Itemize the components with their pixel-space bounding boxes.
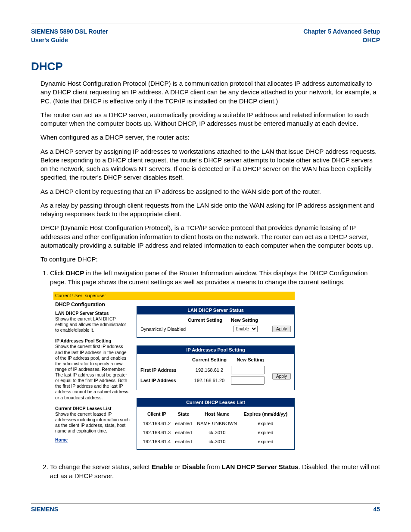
th-expires: Expires (mm/dd/yy) bbox=[240, 409, 291, 419]
config-title: DHCP Configuration bbox=[55, 302, 130, 308]
info-pool-t: Shows the current first IP address and t… bbox=[55, 344, 130, 400]
para-role-server: As a DHCP server by assigning IP address… bbox=[40, 147, 380, 182]
footer-page-number: 45 bbox=[373, 506, 380, 513]
para-summary: DHCP (Dynamic Host Configuration Protoco… bbox=[40, 224, 380, 250]
header-doc: User's Guide bbox=[31, 36, 108, 45]
home-link[interactable]: Home bbox=[55, 437, 130, 443]
th-client-ip: Client IP bbox=[140, 409, 173, 419]
current-setting-value: Dynamically Disabled bbox=[140, 326, 234, 333]
first-ip-input[interactable] bbox=[231, 366, 265, 374]
table-row: 192.168.61.2 enabled NAME UNKNOWN expire… bbox=[140, 419, 291, 428]
info-pool-h: IP Addresses Pool Setting bbox=[55, 338, 130, 344]
apply-status-button[interactable]: Apply bbox=[272, 326, 291, 332]
header-chapter: Chapter 5 Advanced Setup bbox=[303, 28, 380, 36]
last-ip-value: 192.168.61.20 bbox=[188, 377, 231, 384]
page-title: DHCP bbox=[31, 60, 380, 73]
footer-brand: SIEMENS bbox=[31, 506, 58, 513]
info-leases-t: Shows the current leased IP addresses in… bbox=[55, 411, 130, 434]
panel-ip-pool-title: IP Addresses Pool Setting bbox=[137, 346, 294, 354]
header-product: SIEMENS 5890 DSL Router bbox=[31, 28, 108, 36]
step-2: To change the server status, select Enab… bbox=[50, 463, 380, 480]
para-role-relay: As a relay by passing through client req… bbox=[40, 201, 380, 219]
info-lan-status-t: Shows the current LAN DHCP setting and a… bbox=[55, 316, 130, 333]
col-new: New Setting bbox=[231, 317, 270, 324]
th-state: State bbox=[173, 409, 194, 419]
col-current: Current Setting bbox=[188, 317, 231, 324]
panel-ip-pool: IP Addresses Pool Setting Current Settin… bbox=[137, 345, 295, 390]
first-ip-value: 192.168.61.2 bbox=[188, 367, 231, 373]
dhcp-config-screenshot: Current User: superuser DHCP Configurati… bbox=[53, 292, 295, 457]
table-row: 192.168.61.4 enabled ck-3010 expired bbox=[140, 437, 291, 446]
panel-leases-title: Current DHCP Leases List bbox=[137, 398, 294, 407]
para-intro-2: The router can act as a DHCP server, aut… bbox=[40, 111, 380, 128]
status-select[interactable]: Enable bbox=[234, 326, 258, 332]
pool-col-new: New Setting bbox=[231, 357, 270, 363]
para-role-client: As a DHCP client by requesting that an I… bbox=[40, 187, 380, 196]
table-row: 192.168.61.3 enabled ck-3010 expired bbox=[140, 428, 291, 437]
step-1: Click DHCP in the left navigation pane o… bbox=[50, 269, 380, 457]
para-configure: To configure DHCP: bbox=[40, 255, 380, 264]
apply-pool-button[interactable]: Apply bbox=[272, 373, 291, 380]
panel-lan-status-title: LAN DHCP Server Status bbox=[137, 306, 294, 314]
info-lan-status-h: LAN DHCP Server Status bbox=[55, 311, 130, 316]
left-info-pane: DHCP Configuration LAN DHCP Server Statu… bbox=[53, 300, 133, 458]
th-host: Host Name bbox=[194, 409, 240, 419]
para-intro-3: When configured as a DHCP server, the ro… bbox=[40, 133, 380, 142]
panel-lan-status: LAN DHCP Server Status Current Setting N… bbox=[137, 306, 295, 338]
header-section: DHCP bbox=[303, 36, 380, 45]
page-header: SIEMENS 5890 DSL Router User's Guide Cha… bbox=[31, 24, 380, 48]
first-ip-label: First IP Address bbox=[140, 367, 188, 373]
page-footer: SIEMENS 45 bbox=[31, 504, 380, 513]
last-ip-label: Last IP Address bbox=[140, 377, 188, 384]
last-ip-input[interactable] bbox=[231, 376, 265, 385]
para-intro-1: Dynamic Host Configuration Protocol (DHC… bbox=[40, 79, 380, 106]
info-leases-h: Current DHCP Leases List bbox=[55, 406, 130, 411]
pool-col-current: Current Setting bbox=[188, 357, 231, 363]
panel-leases: Current DHCP Leases List Client IP State… bbox=[137, 398, 295, 450]
current-user-bar: Current User: superuser bbox=[53, 292, 295, 300]
leases-table: Client IP State Host Name Expires (mm/dd… bbox=[140, 409, 291, 446]
